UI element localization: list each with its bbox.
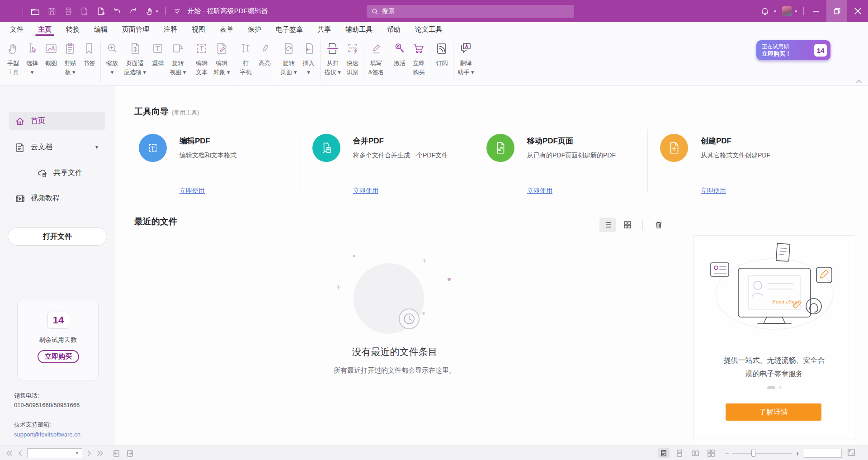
notifications-caret[interactable]: ▾ (774, 9, 776, 14)
sidebar-item-video-tutorials[interactable]: 视频教程 (9, 189, 105, 208)
ribbon-fit-options[interactable]: 页面适 应选项 ▾ (122, 39, 148, 76)
learn-more-button[interactable]: 了解详情 (726, 403, 821, 421)
open-file-icon[interactable] (30, 6, 40, 16)
use-now-link[interactable]: 立即使用 (527, 187, 552, 195)
ribbon-buy-now[interactable]: 立即 购买 (409, 39, 428, 76)
ribbon-ocr[interactable]: OCR 快速 识别 (343, 39, 362, 76)
list-view-button[interactable] (599, 218, 616, 232)
single-page-view-button[interactable] (658, 448, 670, 458)
carousel-dots[interactable] (693, 386, 855, 389)
view-toggle-divider (642, 220, 643, 230)
customize-toolbar-icon[interactable] (173, 7, 181, 15)
redo-icon[interactable] (129, 7, 138, 16)
menu-file[interactable]: 文件 (3, 22, 31, 36)
facing-continuous-view-button[interactable] (705, 448, 717, 458)
print-icon[interactable] (64, 7, 73, 16)
last-page-button[interactable] (97, 450, 104, 456)
delete-page-icon[interactable] (80, 7, 89, 16)
restore-button[interactable] (826, 0, 847, 22)
ribbon-reflow[interactable]: 重排 (148, 39, 167, 68)
hand-tool-icon[interactable]: ▾ (145, 7, 158, 16)
menu-page-management[interactable]: 页面管理 (115, 22, 156, 36)
ribbon-edit-text[interactable]: 编辑 文本 (192, 39, 211, 76)
ribbon-toolbar: 手型 工具 选择 ▾ 截图 剪贴 板 ▾ 书签 缩放 ▾ (0, 36, 868, 86)
ribbon-clipboard[interactable]: 剪贴 板 ▾ (61, 39, 80, 76)
grid-view-button[interactable] (619, 218, 636, 232)
use-now-link[interactable]: 立即使用 (353, 187, 378, 195)
sidebar-item-cloud-docs[interactable]: 云文档 ▼ (9, 138, 105, 156)
menu-home[interactable]: 主页 (31, 22, 59, 36)
notifications-bell-icon[interactable] (760, 7, 769, 16)
continuous-view-button[interactable] (674, 448, 685, 458)
ribbon-highlight[interactable]: 高亮 (255, 39, 274, 68)
page-number-input[interactable]: ▼ (27, 448, 82, 458)
zoom-slider-thumb[interactable] (751, 450, 755, 457)
menu-help[interactable]: 帮助 (380, 22, 408, 36)
account-caret[interactable]: ▾ (795, 9, 797, 14)
zoom-in-button[interactable]: + (793, 448, 802, 458)
menu-edit[interactable]: 编辑 (87, 22, 115, 36)
zoom-slider-track[interactable] (732, 453, 792, 454)
fit-screen-button[interactable] (847, 448, 855, 456)
ribbon-translate[interactable]: 翻译 助手 ▾ (455, 39, 476, 76)
ribbon-edit-object[interactable]: 编辑 对象 ▾ (211, 39, 232, 76)
ribbon-fill-sign[interactable]: 填写 &签名 (366, 39, 387, 76)
ribbon-rotate-view[interactable]: 旋转 视图 ▾ (167, 39, 188, 76)
new-page-icon[interactable] (96, 7, 105, 16)
ribbon-bookmark[interactable]: 书签 (80, 39, 99, 68)
ribbon-separator (234, 42, 234, 81)
first-page-button[interactable] (5, 450, 13, 456)
menu-esign[interactable]: 电子签章 (269, 22, 310, 36)
trial-badge[interactable]: 正在试用期 立即购买！ 14 (756, 40, 830, 60)
tool-card-create-pdf[interactable]: 创建PDF 从其它格式文件创建PDF 立即使用 (659, 129, 813, 202)
undo-icon[interactable] (113, 7, 122, 16)
tool-card-move-pages[interactable]: 移动PDF页面 从已有的PDF页面创建新的PDF 立即使用 (486, 129, 639, 202)
carousel-dot[interactable] (779, 386, 782, 389)
list-view-icon (603, 220, 612, 229)
carousel-dot-active[interactable] (767, 386, 775, 389)
menu-convert[interactable]: 转换 (59, 22, 87, 36)
edit-pdf-icon (139, 134, 167, 162)
use-now-link[interactable]: 立即使用 (701, 187, 726, 195)
open-file-button[interactable]: 打开文件 (8, 228, 107, 246)
menu-accessibility[interactable]: 辅助工具 (338, 22, 380, 36)
ribbon-subscribe[interactable]: 订阅 (432, 39, 451, 68)
sidebar-item-home[interactable]: 首页 (9, 112, 105, 130)
menu-paper-tools[interactable]: 论文工具 (408, 22, 449, 36)
ribbon-from-scanner[interactable]: 从扫 描仪 ▾ (322, 39, 343, 76)
ribbon-snapshot[interactable]: 截图 (42, 39, 61, 68)
next-view-button[interactable] (126, 449, 135, 457)
zoom-out-button[interactable]: − (722, 448, 731, 458)
sidebar-item-shared-files[interactable]: 共享文件 (9, 164, 105, 182)
menu-comment[interactable]: 注释 (156, 22, 184, 36)
scroll-up-icon[interactable] (856, 80, 862, 83)
facing-view-button[interactable] (689, 448, 701, 458)
ribbon-activate[interactable]: 激活 (390, 39, 409, 68)
menu-form[interactable]: 表单 (212, 22, 241, 36)
previous-view-button[interactable] (112, 449, 121, 457)
next-page-button[interactable] (87, 450, 92, 456)
ribbon-rotate-page[interactable]: 旋转 页面 ▾ (278, 39, 299, 76)
save-icon[interactable] (47, 7, 57, 16)
ribbon-zoom[interactable]: 缩放 ▾ (103, 39, 122, 76)
menu-protect[interactable]: 保护 (241, 22, 269, 36)
close-button[interactable] (847, 0, 868, 22)
clear-recent-button[interactable] (651, 218, 667, 232)
search-input[interactable]: 搜索 (367, 5, 574, 18)
ribbon-insert[interactable]: 插入 ▾ (299, 39, 318, 76)
support-email-link[interactable]: support@foxitsoftware.cn (14, 431, 80, 438)
prev-page-button[interactable] (18, 450, 22, 456)
user-avatar[interactable] (782, 6, 792, 16)
cloud-docs-caret[interactable]: ▼ (94, 145, 99, 150)
menu-view[interactable]: 视图 (184, 22, 212, 36)
tool-card-edit-pdf[interactable]: 编辑PDF 编辑文档和文本格式 立即使用 (138, 129, 292, 202)
use-now-link[interactable]: 立即使用 (179, 187, 205, 195)
minimize-button[interactable] (806, 0, 826, 22)
buy-now-button[interactable]: 立即购买 (38, 350, 79, 363)
ribbon-typewriter[interactable]: 打 字机 (236, 39, 255, 76)
menu-share[interactable]: 共享 (310, 22, 338, 36)
tool-card-merge-pdf[interactable]: 合并PDF 将多个文件合并生成一个PDF文件 立即使用 (311, 129, 465, 202)
ribbon-select-tool[interactable]: 选择 ▾ (23, 39, 42, 76)
ribbon-hand-tool[interactable]: 手型 工具 (4, 39, 23, 76)
zoom-percent-input[interactable] (804, 449, 842, 458)
